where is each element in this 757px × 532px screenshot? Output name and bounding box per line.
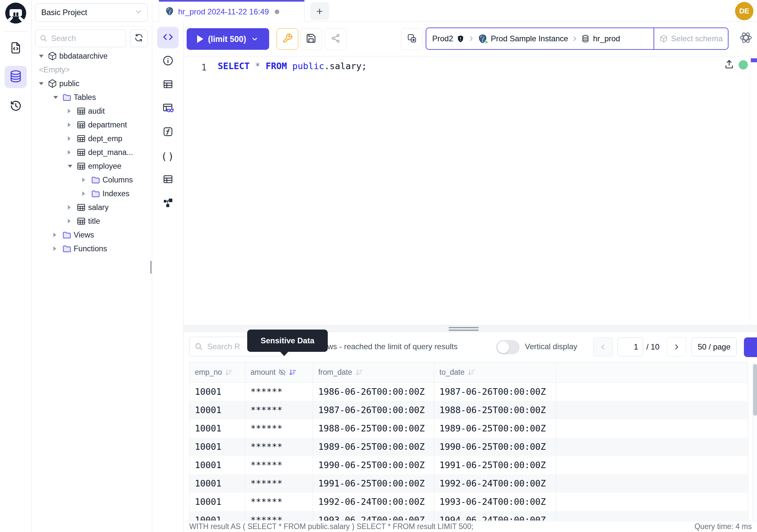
column-header-from_date[interactable]: from_date bbox=[313, 362, 434, 382]
table-cell[interactable]: 1988-06-25T00:00:00Z bbox=[434, 401, 556, 419]
editor-scrollbar[interactable] bbox=[750, 56, 750, 325]
table-cell[interactable]: ****** bbox=[245, 401, 313, 419]
next-page-button[interactable] bbox=[667, 337, 686, 357]
masked-data-panel-button[interactable] bbox=[162, 103, 174, 115]
table-row[interactable]: 10001******1990-06-25T00:00:00Z1991-06-2… bbox=[190, 456, 748, 474]
sidebar-resize-handle[interactable] bbox=[150, 261, 152, 274]
code-panel-button[interactable] bbox=[157, 27, 179, 48]
info-panel-button[interactable] bbox=[162, 55, 174, 67]
chevron-collapsed-icon[interactable] bbox=[68, 150, 76, 155]
rail-worksheet-button[interactable] bbox=[5, 37, 27, 60]
tree-item-functions[interactable]: Functions bbox=[32, 242, 152, 256]
rail-database-button[interactable] bbox=[5, 66, 27, 88]
column-header-emp_no[interactable]: emp_no bbox=[190, 362, 245, 382]
chevron-collapsed-icon[interactable] bbox=[68, 136, 76, 141]
table-cell[interactable]: 10001 bbox=[190, 511, 245, 520]
table-scrollbar[interactable] bbox=[752, 362, 757, 520]
table-cell[interactable]: 10001 bbox=[190, 493, 245, 511]
external-tables-panel-button[interactable] bbox=[162, 174, 174, 186]
table-cell[interactable]: ****** bbox=[245, 456, 313, 474]
table-cell[interactable]: 1993-06-24T00:00:00Z bbox=[313, 511, 434, 520]
tree-item-title[interactable]: title bbox=[32, 214, 152, 228]
connection-path[interactable]: Prod2 Prod Sample Instance bbox=[426, 28, 653, 49]
table-cell[interactable]: 1993-06-24T00:00:00Z bbox=[434, 493, 556, 511]
table-cell[interactable]: ****** bbox=[245, 419, 313, 438]
table-row[interactable]: 10001******1989-06-25T00:00:00Z1990-06-2… bbox=[190, 438, 748, 456]
table-cell[interactable]: 1989-06-25T00:00:00Z bbox=[434, 419, 556, 438]
chevron-expanded-icon[interactable] bbox=[39, 55, 47, 58]
table-cell[interactable]: 1990-06-25T00:00:00Z bbox=[313, 456, 434, 474]
chevron-down-icon[interactable] bbox=[251, 35, 259, 43]
tree-item-employee[interactable]: employee bbox=[32, 159, 152, 173]
table-cell[interactable]: 1992-06-24T00:00:00Z bbox=[434, 474, 556, 493]
vertical-display-toggle[interactable] bbox=[496, 340, 520, 355]
share-button[interactable] bbox=[325, 28, 347, 50]
sql-code-line[interactable]: SELECT * FROM public.salary; bbox=[218, 61, 367, 71]
tree-item-salary[interactable]: salary bbox=[32, 201, 152, 214]
avatar[interactable]: DE bbox=[735, 2, 753, 20]
table-cell[interactable]: 10001 bbox=[190, 438, 245, 456]
table-cell[interactable]: 1987-06-26T00:00:00Z bbox=[313, 401, 434, 419]
tree-item-dept-mana[interactable]: dept_mana... bbox=[32, 145, 152, 159]
sidebar-search-input[interactable] bbox=[50, 33, 122, 43]
tree-item-tables[interactable]: Tables bbox=[32, 90, 152, 104]
table-cell[interactable]: ****** bbox=[245, 438, 313, 456]
procedures-panel-button[interactable]: () bbox=[162, 150, 174, 162]
table-cell[interactable]: 1991-06-25T00:00:00Z bbox=[313, 474, 434, 493]
chevron-collapsed-icon[interactable] bbox=[53, 233, 62, 237]
rail-history-button[interactable] bbox=[5, 95, 27, 118]
tree-item-bbdataarchive[interactable]: bbdataarchive bbox=[32, 49, 152, 63]
schema-diagram-panel-button[interactable] bbox=[162, 198, 174, 209]
table-cell[interactable]: 1988-06-25T00:00:00Z bbox=[313, 419, 434, 438]
table-row[interactable]: 10001******1993-06-24T00:00:00Z1994-06-2… bbox=[190, 511, 748, 520]
table-row[interactable]: 10001******1992-06-24T00:00:00Z1993-06-2… bbox=[190, 493, 748, 511]
table-cell[interactable]: 10001 bbox=[190, 456, 245, 474]
chevron-expanded-icon[interactable] bbox=[53, 96, 62, 99]
table-row[interactable]: 10001******1987-06-26T00:00:00Z1988-06-2… bbox=[190, 401, 748, 419]
table-cell[interactable]: ****** bbox=[245, 383, 313, 401]
chevron-collapsed-icon[interactable] bbox=[68, 205, 76, 210]
sort-icon[interactable] bbox=[467, 368, 475, 376]
table-cell[interactable]: 10001 bbox=[190, 419, 245, 438]
tree-item-views[interactable]: Views bbox=[32, 228, 152, 242]
table-cell[interactable]: 10001 bbox=[190, 474, 245, 493]
connection-breadcrumb[interactable]: Prod2 Prod Sample Instance bbox=[426, 27, 729, 50]
chevron-collapsed-icon[interactable] bbox=[82, 191, 91, 196]
batch-query-button[interactable] bbox=[401, 28, 423, 50]
table-cell[interactable]: 1986-06-26T00:00:00Z bbox=[313, 383, 434, 401]
tree-item-department[interactable]: department bbox=[32, 118, 152, 132]
sort-icon[interactable] bbox=[225, 368, 233, 376]
page-size-select[interactable]: 50 / page bbox=[691, 337, 737, 357]
ai-assistant-button[interactable] bbox=[738, 31, 753, 46]
save-button[interactable] bbox=[300, 28, 322, 50]
table-cell[interactable]: ****** bbox=[245, 474, 313, 493]
table-cell[interactable]: 10001 bbox=[190, 383, 245, 401]
scrollbar-thumb[interactable] bbox=[753, 364, 757, 416]
chevron-expanded-icon[interactable] bbox=[68, 165, 76, 168]
chevron-collapsed-icon[interactable] bbox=[68, 219, 76, 223]
column-header-amount[interactable]: amount bbox=[245, 362, 313, 382]
page-input[interactable]: 1 bbox=[618, 337, 643, 357]
tree-item-columns[interactable]: Columns bbox=[32, 173, 152, 187]
tree-item-dept-emp[interactable]: dept_emp bbox=[32, 132, 152, 145]
table-cell[interactable]: ****** bbox=[245, 493, 313, 511]
format-sql-button[interactable] bbox=[277, 28, 298, 50]
tree-item-empty[interactable]: <Empty> bbox=[32, 63, 152, 77]
table-cell[interactable]: 1990-06-25T00:00:00Z bbox=[434, 438, 556, 456]
table-cell[interactable]: 1994-06-24T00:00:00Z bbox=[434, 511, 556, 520]
sql-editor[interactable]: 1 SELECT * FROM public.salary; bbox=[184, 56, 757, 325]
tab-active-worksheet[interactable]: hr_prod 2024-11-22 16:49 bbox=[159, 0, 305, 22]
table-cell[interactable]: ****** bbox=[245, 511, 313, 520]
run-query-button[interactable]: (limit 500) bbox=[187, 28, 269, 50]
export-button[interactable] bbox=[744, 337, 757, 357]
upload-sheet-icon[interactable] bbox=[724, 59, 734, 71]
eye-off-icon[interactable] bbox=[278, 368, 286, 376]
bytebase-logo[interactable] bbox=[5, 3, 26, 24]
functions-panel-button[interactable] bbox=[162, 126, 174, 138]
tree-item-public[interactable]: public bbox=[32, 77, 152, 90]
table-cell[interactable]: 1989-06-25T00:00:00Z bbox=[313, 438, 434, 456]
column-header-to_date[interactable]: to_date bbox=[434, 362, 556, 382]
table-cell[interactable]: 10001 bbox=[190, 401, 245, 419]
chevron-collapsed-icon[interactable] bbox=[82, 177, 91, 182]
sort-icon[interactable] bbox=[355, 368, 363, 376]
